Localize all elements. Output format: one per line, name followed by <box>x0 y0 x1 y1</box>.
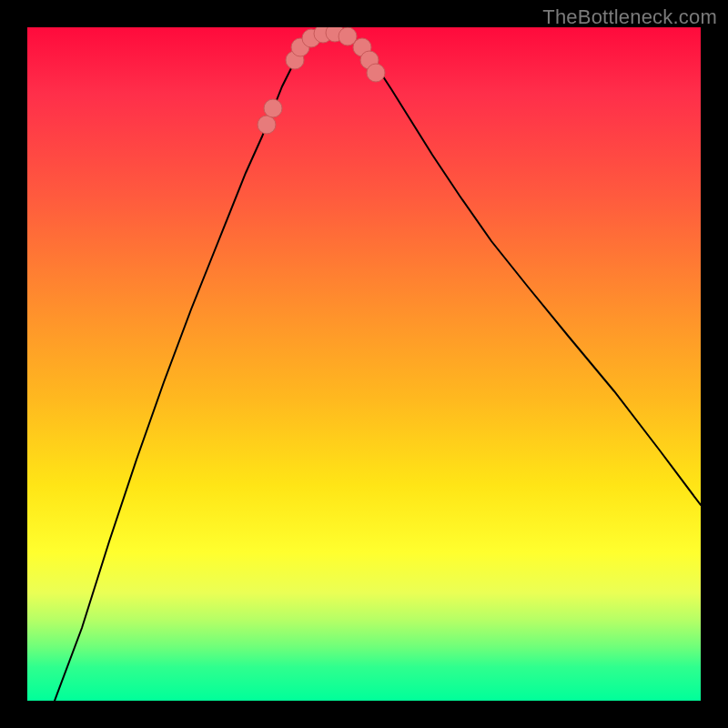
chart-frame: TheBottleneck.com <box>0 0 728 728</box>
plot-area <box>27 27 701 701</box>
valley-dots <box>258 27 385 134</box>
marker-dot <box>367 64 385 82</box>
chart-svg <box>27 27 701 701</box>
watermark-text: TheBottleneck.com <box>542 5 717 29</box>
marker-dot <box>264 99 282 117</box>
series-left-curve <box>55 35 318 701</box>
marker-dot <box>258 116 276 134</box>
series-right-curve <box>346 35 701 505</box>
